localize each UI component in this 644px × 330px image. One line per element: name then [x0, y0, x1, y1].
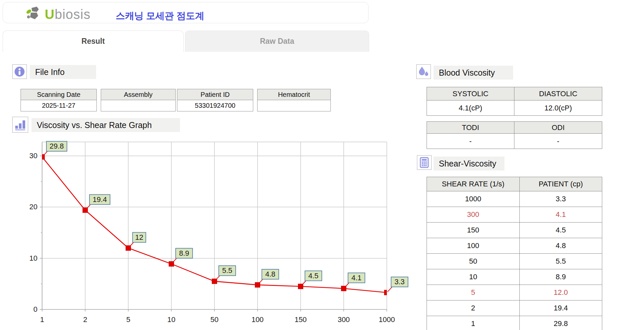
- shear-rate-cell: 1: [427, 316, 520, 330]
- tab-result[interactable]: Result: [3, 31, 184, 52]
- shear-viscosity-table: SHEAR RATE (1/s)PATIENT (cp)10003.33004.…: [427, 177, 602, 330]
- svg-text:50: 50: [210, 315, 218, 324]
- svg-text:30: 30: [29, 152, 37, 160]
- shear-table-row: 219.4: [427, 300, 602, 316]
- patient-viscosity-cell: 3.3: [520, 191, 602, 207]
- svg-text:29.8: 29.8: [50, 142, 64, 150]
- shear-table-row: 108.9: [427, 269, 602, 285]
- column-header: DIASTOLIC: [514, 87, 602, 100]
- shear-rate-cell: 10: [427, 269, 520, 285]
- svg-text:2: 2: [83, 315, 87, 324]
- shear-table-header-row: SHEAR RATE (1/s)PATIENT (cp): [427, 177, 602, 191]
- svg-text:3.3: 3.3: [394, 278, 405, 286]
- bar-chart-icon: [12, 117, 28, 133]
- svg-text:10: 10: [29, 254, 37, 262]
- column-header: TODI: [427, 122, 514, 133]
- patient-viscosity-cell: 8.9: [520, 269, 602, 285]
- app-logo: U biosis: [26, 7, 90, 22]
- logo-text-u: U: [45, 7, 54, 22]
- patient-viscosity-cell: 29.8: [520, 316, 602, 330]
- table-row: --: [427, 134, 602, 149]
- shear-table-row: 1004.8: [427, 238, 602, 254]
- file-info-field-value: [101, 100, 175, 111]
- table-cell: -: [427, 134, 514, 149]
- file-info-field: Scanning Date2025-11-27: [21, 89, 97, 111]
- file-info-field-label: Patient ID: [177, 89, 253, 100]
- shear-table-row: 3004.1: [427, 207, 602, 223]
- svg-text:12: 12: [135, 233, 143, 241]
- info-icon: [12, 64, 27, 79]
- file-info-field-label: Scanning Date: [21, 89, 96, 100]
- shear-rate-cell: 1000: [427, 191, 520, 207]
- shear-table-row: 10003.3: [427, 191, 602, 207]
- blood-viscosity-section-title: Blood Viscosity: [434, 66, 513, 80]
- shear-table-row: 512.0: [427, 285, 602, 300]
- column-header: SYSTOLIC: [427, 87, 514, 100]
- file-info-section-title: File Info: [30, 65, 96, 79]
- svg-text:4.1: 4.1: [351, 274, 362, 282]
- file-info-field-label: Assembly: [101, 89, 175, 100]
- file-info-field-value: 53301924700: [177, 100, 253, 111]
- patient-viscosity-cell: 19.4: [520, 300, 602, 316]
- patient-viscosity-cell: 4.1: [520, 207, 602, 222]
- table-row: 4.1(cP)12.0(cP): [427, 100, 602, 115]
- svg-text:1: 1: [40, 315, 44, 324]
- shear-table-row: 1504.5: [427, 223, 602, 238]
- patient-viscosity-cell: 4.8: [520, 238, 602, 253]
- svg-text:19.4: 19.4: [93, 195, 107, 204]
- svg-text:20: 20: [29, 203, 37, 211]
- file-info-field: Assembly: [101, 89, 176, 111]
- shear-viscosity-section-title: Shear-Viscosity: [434, 157, 504, 170]
- shear-rate-cell: 150: [427, 223, 520, 238]
- file-info-field-label: Hematocrit: [258, 89, 330, 100]
- svg-text:150: 150: [295, 315, 307, 324]
- blood-viscosity-pressure-table: SYSTOLICDIASTOLIC4.1(cP)12.0(cP): [427, 87, 602, 116]
- svg-text:300: 300: [338, 315, 350, 324]
- shear-rate-cell: 5: [427, 285, 520, 300]
- shear-table-row: 129.8: [427, 316, 602, 330]
- file-info-field: Patient ID53301924700: [177, 89, 253, 111]
- app-title: 스캐닝 모세관 점도계: [116, 10, 205, 22]
- blood-drop-icon: [416, 64, 431, 79]
- svg-text:1000: 1000: [379, 315, 395, 324]
- column-header: PATIENT (cp): [520, 177, 602, 191]
- header-card: U biosis 스캐닝 모세관 점도계: [3, 2, 369, 23]
- svg-text:8.9: 8.9: [179, 249, 189, 257]
- calculator-icon: [417, 155, 432, 170]
- tab-raw-data[interactable]: Raw Data: [185, 31, 369, 52]
- viscosity-shear-rate-chart: 01020301251050100150300100029.819.4128.9…: [20, 139, 411, 330]
- leaf-pebbles-icon: [26, 6, 43, 23]
- table-cell: 4.1(cP): [427, 100, 514, 115]
- graph-section-title: Viscosity vs. Shear Rate Graph: [31, 118, 180, 132]
- blood-viscosity-index-table: TODIODI--: [427, 121, 602, 149]
- table-cell: 12.0(cP): [514, 100, 602, 115]
- shear-rate-cell: 300: [427, 207, 520, 222]
- svg-text:4.5: 4.5: [308, 272, 319, 280]
- patient-viscosity-cell: 4.5: [520, 223, 602, 238]
- file-info-field-value: [258, 100, 330, 111]
- shear-rate-cell: 100: [427, 238, 520, 253]
- file-info-field-value: 2025-11-27: [21, 100, 96, 111]
- svg-text:5: 5: [126, 315, 130, 324]
- svg-text:0: 0: [33, 305, 37, 313]
- svg-text:100: 100: [252, 315, 264, 324]
- svg-text:4.8: 4.8: [265, 270, 275, 278]
- shear-table-row: 505.5: [427, 254, 602, 269]
- column-header: ODI: [514, 122, 602, 133]
- file-info-field: Hematocrit: [257, 89, 331, 111]
- shear-rate-cell: 2: [427, 300, 520, 316]
- svg-text:10: 10: [167, 315, 175, 324]
- patient-viscosity-cell: 12.0: [520, 285, 602, 300]
- column-header: SHEAR RATE (1/s): [427, 177, 520, 191]
- table-cell: -: [514, 134, 602, 149]
- logo-text-biosis: biosis: [55, 7, 90, 22]
- patient-viscosity-cell: 5.5: [520, 254, 602, 269]
- table-header-row: SYSTOLICDIASTOLIC: [427, 87, 602, 100]
- shear-rate-cell: 50: [427, 254, 520, 269]
- svg-text:5.5: 5.5: [222, 266, 232, 275]
- table-header-row: TODIODI: [427, 122, 602, 134]
